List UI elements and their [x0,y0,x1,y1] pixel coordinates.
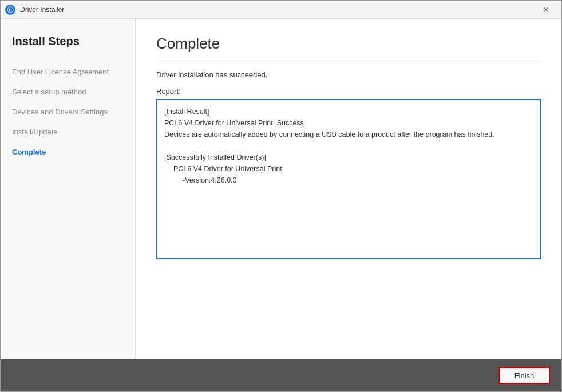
report-line-4 [164,140,533,152]
success-message: Driver installation has succeeded. [156,70,541,79]
content-panel: Complete Driver installation has succeed… [136,19,561,359]
report-line-7: -Version:4.26.0.0 [164,175,533,186]
bottom-bar: Finish [1,359,561,391]
report-line-2: PCL6 V4 Driver for Universal Print: Succ… [164,117,533,129]
sidebar-item-complete[interactable]: Complete [1,142,135,162]
page-title: Complete [156,35,541,53]
close-button[interactable]: ✕ [537,4,555,15]
report-line-6: PCL6 V4 Driver for Universal Print [164,163,533,175]
sidebar-heading: Install Steps [1,35,135,62]
report-box[interactable]: [Install Result] PCL6 V4 Driver for Univ… [156,99,541,259]
report-line-3: Devices are automatically added by conne… [164,129,533,140]
title-bar-left: D Driver Installer [5,5,64,15]
report-line-5: [Successfully Installed Driver(s)] [164,152,533,163]
finish-button[interactable]: Finish [498,367,550,384]
report-label: Report: [156,87,541,96]
svg-text:D: D [9,8,11,12]
divider [156,60,541,60]
sidebar-item-install[interactable]: Install/Update [1,122,135,142]
sidebar-item-eula[interactable]: End User License Agreement [1,62,135,82]
sidebar-item-setup[interactable]: Select a setup method [1,82,135,102]
sidebar-item-devices[interactable]: Devices and Drivers Settings [1,102,135,122]
report-line-1: [Install Result] [164,106,533,117]
title-bar: D Driver Installer ✕ [1,1,561,19]
main-content: Install Steps End User License Agreement… [1,19,561,359]
sidebar: Install Steps End User License Agreement… [1,19,136,359]
window: D Driver Installer ✕ Install Steps End U… [0,0,562,392]
app-icon: D [5,5,15,15]
window-title: Driver Installer [20,6,64,14]
